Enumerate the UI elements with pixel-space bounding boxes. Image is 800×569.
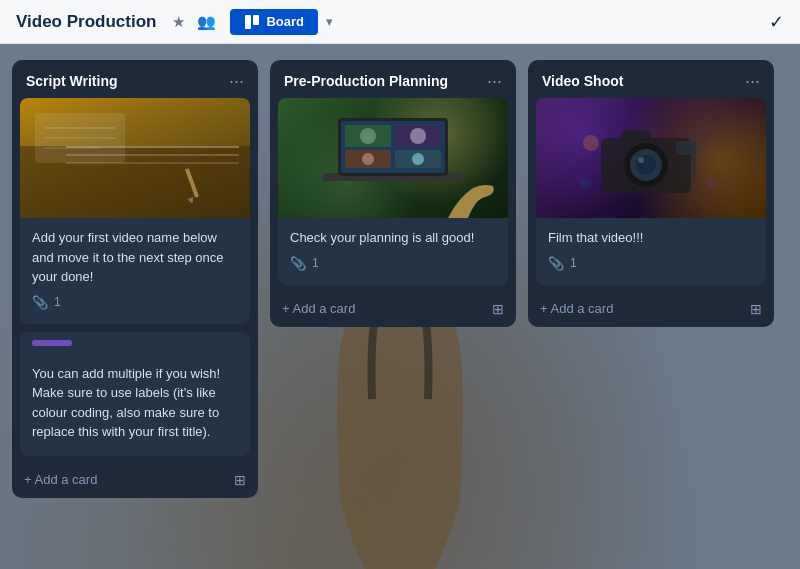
star-icon[interactable]: ★ (172, 13, 185, 31)
column-video-shoot-body: Film that video!!! 📎 1 (528, 98, 774, 293)
topbar: Video Production ★ 👥 Board ▾ ✓ (0, 0, 800, 44)
card-videoshoot-1-footer: 📎 1 (548, 256, 754, 279)
card-script-1-body: Add your first video name below and move… (20, 218, 250, 324)
card-preproduction-1-image (278, 98, 508, 218)
card-script-1-footer: 📎 1 (32, 295, 238, 318)
notebook-icon (30, 108, 130, 168)
column-script-writing-header: Script Writing ··· (12, 60, 258, 98)
column-pre-production-title: Pre-Production Planning (284, 73, 448, 89)
card-script-1-text: Add your first video name below and move… (32, 228, 238, 287)
template-icon-preproduction[interactable]: ⊞ (492, 301, 504, 317)
check-icon: ✓ (769, 11, 784, 33)
column-script-writing-menu[interactable]: ··· (229, 72, 244, 90)
card-videoshoot-1-image (536, 98, 766, 218)
column-pre-production-body: Check your planning is all good! 📎 1 (270, 98, 516, 293)
column-video-shoot-title: Video Shoot (542, 73, 623, 89)
svg-rect-2 (253, 15, 259, 25)
column-script-writing-title: Script Writing (26, 73, 118, 89)
column-video-shoot-header: Video Shoot ··· (528, 60, 774, 98)
add-card-videoshoot-button[interactable]: + Add a card (540, 301, 613, 316)
column-video-shoot-menu[interactable]: ··· (745, 72, 760, 90)
board-view-button[interactable]: Board (230, 9, 318, 35)
column-script-writing: Script Writing ··· (12, 60, 258, 498)
card-label-bar (32, 340, 72, 346)
board-title: Video Production (16, 12, 156, 32)
svg-rect-3 (185, 168, 199, 198)
card-videoshoot-1-body: Film that video!!! 📎 1 (536, 218, 766, 285)
template-icon-videoshoot[interactable]: ⊞ (750, 301, 762, 317)
column-script-writing-body: Add your first video name below and move… (12, 98, 258, 464)
card-script-2-text: You can add multiple if you wish! Make s… (32, 364, 238, 442)
column-pre-production-header: Pre-Production Planning ··· (270, 60, 516, 98)
card-videoshoot-1[interactable]: Film that video!!! 📎 1 (536, 98, 766, 285)
svg-point-19 (412, 153, 424, 165)
add-card-preproduction-button[interactable]: + Add a card (282, 301, 355, 316)
svg-marker-4 (187, 197, 195, 203)
pen-icon (160, 163, 220, 203)
add-card-script-button[interactable]: + Add a card (24, 472, 97, 487)
card-script-1[interactable]: Add your first video name below and move… (20, 98, 250, 324)
card-preproduction-1-text: Check your planning is all good! (290, 228, 496, 248)
card-preproduction-1[interactable]: Check your planning is all good! 📎 1 (278, 98, 508, 285)
attachment-icon-pre: 📎 (290, 256, 306, 271)
column-pre-production-add-row: + Add a card ⊞ (270, 293, 516, 327)
board-area: Script Writing ··· (0, 44, 800, 569)
svg-rect-1 (245, 15, 251, 29)
hand-icon (438, 168, 498, 218)
svg-rect-26 (691, 133, 696, 178)
column-video-shoot: Video Shoot ··· (528, 60, 774, 327)
svg-rect-25 (621, 131, 651, 141)
svg-point-17 (362, 153, 374, 165)
card-script-2-body: You can add multiple if you wish! Make s… (20, 354, 250, 456)
svg-point-24 (638, 157, 644, 163)
card-preproduction-1-attachments: 1 (312, 256, 319, 270)
card-script-1-image (20, 98, 250, 218)
column-video-shoot-add-row: + Add a card ⊞ (528, 293, 774, 327)
svg-point-15 (410, 128, 426, 144)
card-script-2[interactable]: You can add multiple if you wish! Make s… (20, 332, 250, 456)
svg-point-29 (706, 178, 716, 188)
svg-point-30 (580, 177, 592, 189)
card-preproduction-1-footer: 📎 1 (290, 256, 496, 279)
template-icon-script[interactable]: ⊞ (234, 472, 246, 488)
team-icon[interactable]: 👥 (197, 13, 216, 31)
svg-point-13 (360, 128, 376, 144)
column-pre-production-menu[interactable]: ··· (487, 72, 502, 90)
card-preproduction-1-body: Check your planning is all good! 📎 1 (278, 218, 508, 285)
camera-icon (571, 113, 731, 203)
card-videoshoot-1-attachments: 1 (570, 256, 577, 270)
column-pre-production: Pre-Production Planning ··· (270, 60, 516, 327)
svg-point-28 (583, 135, 599, 151)
board-icon (244, 14, 260, 30)
card-script-1-attachments: 1 (54, 295, 61, 309)
attachment-icon: 📎 (32, 295, 48, 310)
card-videoshoot-1-text: Film that video!!! (548, 228, 754, 248)
attachment-icon-video: 📎 (548, 256, 564, 271)
board-label: Board (266, 14, 304, 29)
chevron-down-icon[interactable]: ▾ (326, 14, 333, 29)
column-script-writing-add-row: + Add a card ⊞ (12, 464, 258, 498)
svg-rect-27 (676, 141, 696, 155)
